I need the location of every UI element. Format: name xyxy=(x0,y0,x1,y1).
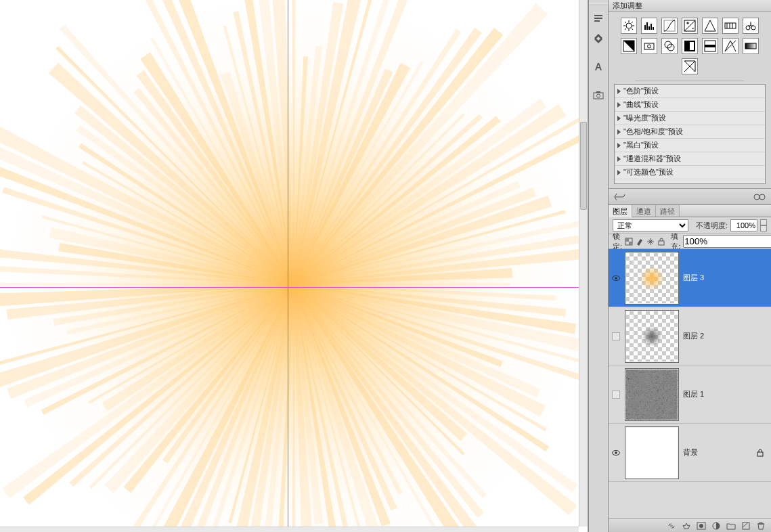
layers-tabs: 图层 通道 路径 xyxy=(609,205,771,217)
svg-point-4 xyxy=(626,23,632,28)
visibility-eye-icon[interactable] xyxy=(612,449,620,457)
svg-rect-1 xyxy=(594,93,603,99)
opacity-label: 不透明度: xyxy=(696,221,728,231)
visibility-column xyxy=(609,274,623,282)
layers-panel: 图层 通道 路径 正常 不透明度: 锁定: 填充: xyxy=(609,205,771,532)
layer-style-icon[interactable] xyxy=(682,522,691,530)
invert-icon[interactable] xyxy=(682,38,698,54)
svg-rect-25 xyxy=(659,241,664,245)
layer-mask-icon[interactable] xyxy=(697,522,706,530)
lock-all-icon[interactable] xyxy=(657,237,665,246)
layer-row[interactable]: 图层 2 xyxy=(609,307,771,365)
lock-position-icon[interactable] xyxy=(646,237,655,246)
visibility-eye-icon[interactable] xyxy=(612,274,620,282)
preset-label: "色阶"预设 xyxy=(623,86,659,96)
opacity-spinner[interactable] xyxy=(760,219,767,231)
visibility-eye-empty[interactable] xyxy=(612,332,620,340)
svg-point-14 xyxy=(667,44,674,51)
group-icon[interactable] xyxy=(726,522,736,530)
character-icon[interactable] xyxy=(591,60,606,74)
preset-item[interactable]: "色阶"预设 xyxy=(615,85,765,98)
gradient-map-icon[interactable] xyxy=(743,38,759,54)
preset-item[interactable]: "可选颜色"预设 xyxy=(615,166,765,179)
svg-rect-11 xyxy=(644,43,654,49)
divider xyxy=(636,81,744,81)
preset-label: "曝光度"预设 xyxy=(623,113,666,123)
scrollbar-horizontal[interactable] xyxy=(0,527,579,532)
return-to-list-icon[interactable] xyxy=(614,192,626,202)
clip-to-layer-icon[interactable] xyxy=(753,192,766,202)
layer-options-row: 正常 不透明度: xyxy=(609,217,771,234)
tab-layers[interactable]: 图层 xyxy=(609,205,632,217)
layer-list[interactable]: 图层 3图层 2图层 1背景 xyxy=(609,249,771,518)
svg-rect-24 xyxy=(629,242,632,245)
guide-vertical[interactable] xyxy=(288,0,288,532)
svg-point-29 xyxy=(642,326,662,347)
preset-item[interactable]: "色相/饱和度"预设 xyxy=(615,125,765,139)
layer-row[interactable]: 背景 xyxy=(609,424,771,482)
svg-point-0 xyxy=(0,0,588,532)
visibility-eye-empty[interactable] xyxy=(612,391,620,399)
exposure-icon[interactable] xyxy=(682,18,698,34)
color-balance-icon[interactable] xyxy=(743,18,759,34)
scrollbar-vertical[interactable] xyxy=(579,0,588,527)
curves-icon[interactable] xyxy=(661,18,678,34)
posterize-icon[interactable] xyxy=(702,38,718,54)
tab-paths[interactable]: 路径 xyxy=(656,205,680,217)
preset-label: "黑白"预设 xyxy=(623,140,659,150)
visibility-column xyxy=(609,449,623,457)
disclosure-triangle-icon xyxy=(617,89,621,94)
panel-dock xyxy=(588,0,609,532)
levels-icon[interactable] xyxy=(641,18,657,34)
disclosure-triangle-icon xyxy=(617,170,621,175)
svg-rect-7 xyxy=(725,23,736,28)
svg-rect-30 xyxy=(625,369,678,420)
svg-point-28 xyxy=(640,266,664,290)
layer-row[interactable]: 图层 1 xyxy=(609,365,771,424)
history-icon[interactable] xyxy=(591,11,606,26)
link-layers-icon[interactable] xyxy=(667,522,676,530)
selective-color-icon[interactable] xyxy=(682,58,698,74)
document-canvas[interactable] xyxy=(0,0,588,532)
tab-channels[interactable]: 通道 xyxy=(632,205,656,217)
svg-point-32 xyxy=(615,451,617,454)
brightness-contrast-icon[interactable] xyxy=(621,18,637,34)
lock-pixels-icon[interactable] xyxy=(636,237,644,246)
lock-label: 锁定: xyxy=(613,231,622,252)
scrollbar-thumb[interactable] xyxy=(580,122,587,210)
disclosure-triangle-icon xyxy=(617,102,621,108)
preset-list[interactable]: "色阶"预设"曲线"预设"曝光度"预设"色相/饱和度"预设"黑白"预设"通道混和… xyxy=(614,84,766,184)
opacity-input[interactable] xyxy=(730,219,757,231)
channel-mixer-icon[interactable] xyxy=(661,38,678,54)
svg-point-2 xyxy=(597,94,600,97)
layer-name: 图层 2 xyxy=(683,331,704,341)
layers-footer xyxy=(609,518,771,532)
photo-filter-icon[interactable] xyxy=(641,38,657,54)
lock-transparency-icon[interactable] xyxy=(625,237,633,246)
blend-mode-select[interactable]: 正常 xyxy=(613,219,688,231)
black-white-icon[interactable] xyxy=(621,38,637,54)
svg-point-12 xyxy=(648,45,651,48)
guide-horizontal[interactable] xyxy=(0,287,588,288)
disclosure-triangle-icon xyxy=(617,143,621,148)
svg-rect-33 xyxy=(757,452,763,456)
preset-item[interactable]: "黑白"预设 xyxy=(615,139,765,152)
preset-item[interactable]: "曲线"预设 xyxy=(615,98,765,112)
dock-grip[interactable] xyxy=(589,3,608,5)
threshold-icon[interactable] xyxy=(722,38,739,54)
vibrance-icon[interactable] xyxy=(702,18,718,34)
layer-row[interactable]: 图层 3 xyxy=(609,249,771,307)
preset-item[interactable]: "通道混和器"预设 xyxy=(615,152,765,166)
hue-sat-icon[interactable] xyxy=(722,18,739,34)
lock-row: 锁定: 填充: xyxy=(609,234,771,249)
fill-input[interactable] xyxy=(683,235,771,248)
layer-name: 图层 1 xyxy=(683,389,704,399)
navigator-icon[interactable] xyxy=(591,31,606,46)
adjustment-layer-icon[interactable] xyxy=(711,522,721,530)
snapshot-icon[interactable] xyxy=(591,88,606,103)
svg-rect-3 xyxy=(596,91,600,93)
new-layer-icon[interactable] xyxy=(741,522,751,530)
delete-layer-icon[interactable] xyxy=(756,522,766,530)
canvas-area[interactable] xyxy=(0,0,588,532)
preset-item[interactable]: "曝光度"预设 xyxy=(615,112,765,125)
